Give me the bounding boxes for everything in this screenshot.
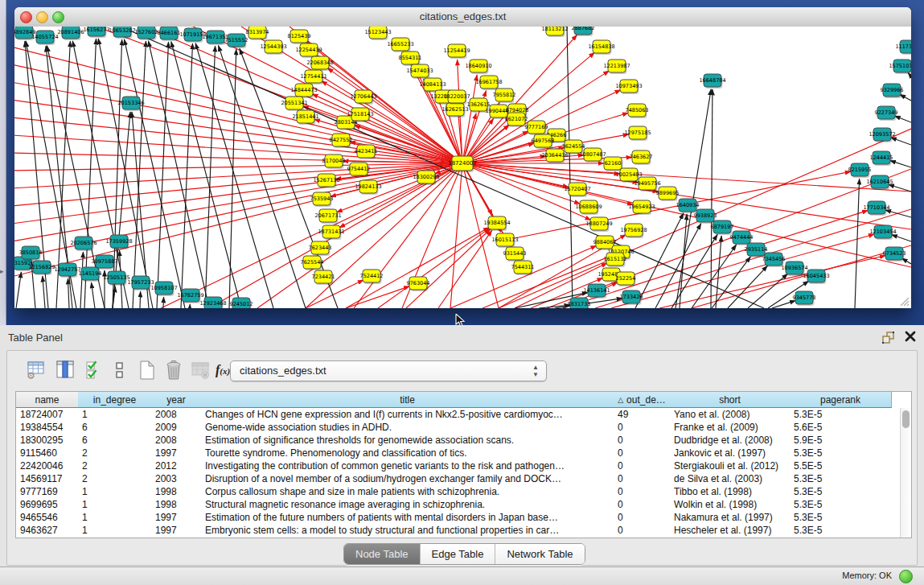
table-cell[interactable]: 0 [614, 485, 670, 498]
table-cell[interactable]: 22420046 [16, 459, 78, 472]
table-cell[interactable]: 2008 [151, 434, 201, 447]
column-header-title[interactable]: title [201, 392, 614, 408]
vertical-scrollbar[interactable] [900, 408, 911, 538]
table-cell[interactable]: 18724007 [16, 408, 78, 421]
table-cell[interactable]: Nakamura et al. (1997) [670, 511, 790, 524]
graph-edge[interactable] [855, 179, 860, 308]
graph-edge[interactable] [450, 163, 462, 308]
graph-edge[interactable] [14, 163, 462, 224]
table-cell[interactable]: Changes of HCN gene expression and I(f) … [201, 408, 614, 421]
table-cell[interactable]: 49 [614, 408, 670, 421]
table-cell[interactable]: 0 [614, 472, 670, 485]
graph-edge[interactable] [157, 42, 169, 308]
table-cell[interactable]: 5.3E-5 [790, 408, 891, 421]
table-cell[interactable]: 0 [614, 498, 670, 511]
table-row[interactable]: 946554611997Estimation of the future num… [16, 511, 901, 524]
table-cell[interactable]: Dudbridge et al. (2008) [670, 434, 790, 447]
table-cell[interactable]: Corpus callosum shape and size in male p… [201, 485, 614, 498]
table-cell[interactable]: 1997 [151, 447, 201, 459]
table-cell[interactable]: 14569117 [16, 472, 78, 485]
table-row[interactable]: 969969511998Structural magnetic resonanc… [16, 498, 901, 511]
table-cell[interactable]: 9463627 [16, 524, 78, 537]
resize-grip-icon[interactable] [898, 295, 910, 307]
graph-edge[interactable] [14, 82, 462, 163]
table-cell[interactable]: 1 [78, 485, 151, 498]
table-cell[interactable]: Franke et al. (2009) [670, 421, 790, 434]
column-header-short[interactable]: short [670, 392, 791, 408]
tab-node-table[interactable]: Node Table [344, 544, 421, 564]
table-cell[interactable]: 2 [78, 472, 151, 485]
column-header-year[interactable]: year [151, 392, 202, 408]
table-cell[interactable]: 0 [614, 459, 670, 472]
new-file-icon[interactable] [136, 359, 158, 381]
table-cell[interactable]: 2009 [151, 421, 201, 434]
table-cell[interactable]: Wolkin et al. (1998) [670, 498, 790, 511]
clear-selection-icon[interactable] [109, 359, 131, 381]
column-header-in_degree[interactable]: in_degree [78, 392, 152, 408]
graph-edge[interactable] [346, 227, 489, 308]
graph-edge[interactable] [163, 297, 164, 308]
table-cell[interactable]: Investigating the contribution of common… [201, 459, 614, 472]
show-columns-icon[interactable] [54, 359, 76, 381]
table-cell[interactable]: 1998 [151, 485, 201, 498]
table-cell[interactable]: 0 [614, 421, 670, 434]
column-header-pagerank[interactable]: pagerank [790, 392, 892, 408]
table-cell[interactable]: 6 [78, 421, 151, 434]
table-cell[interactable]: 1 [78, 524, 151, 537]
table-cell[interactable]: Estimation of the future numbers of pati… [201, 511, 614, 524]
table-cell[interactable]: 1 [78, 498, 151, 511]
window-titlebar[interactable]: citations_edges.txt [14, 7, 911, 27]
table-cell[interactable]: 2008 [151, 408, 201, 421]
graph-edge[interactable] [438, 230, 492, 308]
graph-edge[interactable] [16, 272, 21, 308]
table-cell[interactable]: Stergiakouli et al. (2012) [670, 459, 790, 472]
table-row[interactable]: 2242004622012Investigating the contribut… [16, 459, 901, 472]
graph-edge[interactable] [772, 300, 796, 308]
table-cell[interactable]: de Silva et al. (2003) [670, 472, 790, 485]
table-cell[interactable]: Disruption of a novel member of a sodium… [201, 472, 614, 485]
table-cell[interactable]: Tibbo et al. (1998) [670, 485, 790, 498]
table-row[interactable]: 911546021997Tourette syndrome. Phenomeno… [16, 447, 901, 459]
table-cell[interactable]: 9465546 [16, 511, 78, 524]
table-cell[interactable]: Genome-wide association studies in ADHD. [201, 421, 614, 434]
table-cell[interactable]: Structural magnetic resonance image aver… [201, 498, 614, 511]
close-panel-icon[interactable] [904, 330, 917, 343]
table-row[interactable]: 977716911998Corpus callosum shape and si… [16, 485, 901, 498]
table-cell[interactable]: 0 [614, 447, 670, 459]
table-cell[interactable]: 2 [78, 459, 151, 472]
graph-edge[interactable] [92, 282, 95, 308]
table-selector[interactable]: citations_edges.txt ▲▼ [230, 360, 547, 381]
table-cell[interactable]: 5.3E-5 [790, 485, 891, 498]
table-cell[interactable]: 0 [614, 524, 670, 537]
float-window-icon[interactable] [881, 331, 896, 345]
citation-graph[interactable]: 4892849140557242089140616156273106532871… [14, 27, 911, 308]
graph-edge[interactable] [346, 286, 410, 308]
graph-edge[interactable] [462, 163, 499, 308]
graph-edge[interactable] [894, 116, 911, 122]
table-row[interactable]: 1872400712008Changes of HCN gene express… [16, 408, 901, 421]
table-cell[interactable]: Tourette syndrome. Phenomenology and cla… [201, 447, 614, 459]
table-cell[interactable]: 9699695 [16, 498, 78, 511]
table-cell[interactable]: 5.3E-5 [790, 524, 891, 537]
table-cell[interactable]: 5.3E-5 [790, 472, 891, 485]
table-cell[interactable]: Estimation of significance thresholds fo… [201, 434, 614, 447]
table-cell[interactable]: 1998 [151, 498, 201, 511]
table-cell[interactable]: 1 [78, 511, 151, 524]
graph-edge[interactable] [306, 280, 363, 308]
graph-edge[interactable] [890, 138, 911, 145]
table-cell[interactable]: 5.3E-5 [790, 447, 891, 459]
table-cell[interactable]: 9115460 [16, 447, 78, 459]
graph-edge[interactable] [728, 266, 767, 308]
table-cell[interactable]: 9777169 [16, 485, 78, 498]
table-cell[interactable]: 18300295 [16, 434, 78, 447]
graph-edge[interactable] [148, 41, 209, 308]
column-header-out_de[interactable]: △out_de… [614, 392, 671, 408]
table-cell[interactable]: Jankovic et al. (1997) [670, 447, 790, 459]
graph-edge[interactable] [889, 160, 911, 167]
graph-edge[interactable] [124, 39, 185, 308]
table-cell[interactable]: Embryonic stem cells: a model to study s… [201, 524, 614, 537]
table-row[interactable]: 946362711997Embryonic stem cells: a mode… [16, 524, 901, 537]
table-cell[interactable]: 0 [614, 434, 670, 447]
graph-edge[interactable] [68, 278, 69, 308]
table-cell[interactable]: 0 [614, 511, 670, 524]
